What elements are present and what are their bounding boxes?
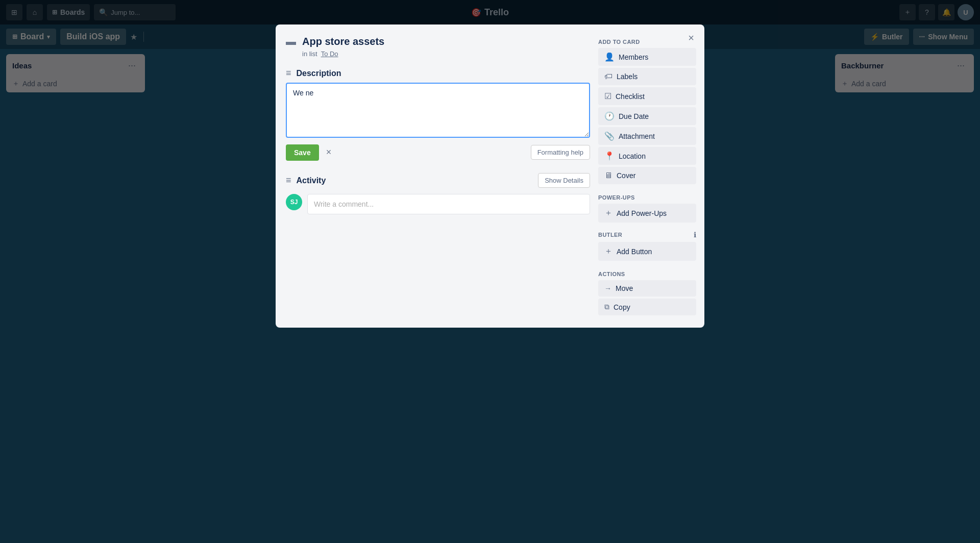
user-initials: SJ [290,199,298,206]
activity-section: ≡ Activity Show Details SJ [286,173,590,214]
add-button-label: Add Button [617,248,652,256]
activity-icon: ≡ [286,175,291,186]
checklist-label: Checklist [616,92,645,101]
description-section: ≡ Description We ne Save × Formatting he… [286,68,590,161]
copy-icon: ⧉ [604,303,609,311]
location-label: Location [619,152,646,160]
list-name-link[interactable]: To Do [321,50,338,58]
description-header: ≡ Description [286,68,590,79]
move-label: Move [616,284,633,292]
modal-close-btn[interactable]: × [683,30,699,46]
labels-icon: 🏷 [604,72,612,81]
checklist-icon: ☑ [604,91,611,101]
comment-input[interactable] [307,194,590,214]
modal-left: ▬ App store assets in list To Do ≡ Descr… [286,35,590,317]
checklist-btn[interactable]: ☑ Checklist [598,87,696,105]
location-icon: 📍 [604,151,615,161]
modal-card-title: App store assets [302,35,384,48]
due-date-label: Due Date [619,112,649,120]
modal-sidebar: ADD TO CARD 👤 Members 🏷 Labels ☑ Checkli… [598,35,696,317]
labels-label: Labels [617,72,638,81]
modal-overlay[interactable]: × ▬ App store assets in list To Do ≡ [0,0,980,543]
copy-btn[interactable]: ⧉ Copy [598,299,696,315]
activity-header-left: ≡ Activity [286,175,326,186]
cancel-icon: × [326,147,332,158]
add-power-ups-icon: ＋ [604,208,612,218]
cover-btn[interactable]: 🖥 Cover [598,167,696,184]
activity-title: Activity [297,176,326,185]
user-avatar: SJ [286,194,302,210]
move-icon: → [604,284,611,292]
description-icon: ≡ [286,68,291,79]
card-type-icon: ▬ [286,36,296,47]
add-butler-btn[interactable]: ＋ Add Button [598,242,696,261]
modal-header: ▬ App store assets in list To Do [286,35,590,58]
modal-card-subtitle: in list To Do [302,50,384,58]
cover-icon: 🖥 [604,171,612,180]
attachment-icon: 📎 [604,131,615,141]
show-details-btn[interactable]: Show Details [538,173,590,188]
members-icon: 👤 [604,52,615,62]
formatting-help-btn[interactable]: Formatting help [531,145,590,160]
actions-title: ACTIONS [598,271,696,277]
butler-info-btn[interactable]: ℹ [694,231,696,239]
move-btn[interactable]: → Move [598,280,696,297]
due-date-btn[interactable]: 🕐 Due Date [598,107,696,125]
cancel-btn[interactable]: × [323,144,335,161]
labels-btn[interactable]: 🏷 Labels [598,68,696,85]
butler-title: BUTLER [598,232,622,238]
cover-label: Cover [617,171,635,180]
add-to-card-title: ADD TO CARD [598,39,696,45]
attachment-btn[interactable]: 📎 Attachment [598,127,696,145]
power-ups-title: POWER-UPS [598,194,696,201]
description-textarea[interactable]: We ne [286,83,590,138]
info-icon: ℹ [694,231,696,239]
close-icon: × [688,32,694,44]
add-butler-icon: ＋ [604,246,612,257]
members-btn[interactable]: 👤 Members [598,48,696,66]
due-date-icon: 🕐 [604,111,615,121]
description-actions: Save × Formatting help [286,144,590,161]
attachment-label: Attachment [619,132,655,140]
butler-header: BUTLER ℹ [598,231,696,239]
activity-header: ≡ Activity Show Details [286,173,590,188]
modal-title-area: App store assets in list To Do [302,35,384,58]
save-btn[interactable]: Save [286,144,319,161]
in-list-prefix: in list [302,50,317,58]
comment-row: SJ [286,194,590,214]
add-power-ups-label: Add Power-Ups [617,209,667,217]
add-power-ups-btn[interactable]: ＋ Add Power-Ups [598,204,696,223]
copy-label: Copy [614,303,630,311]
members-label: Members [619,53,648,61]
location-btn[interactable]: 📍 Location [598,147,696,165]
card-modal: × ▬ App store assets in list To Do ≡ [276,24,704,328]
description-title: Description [297,69,341,78]
